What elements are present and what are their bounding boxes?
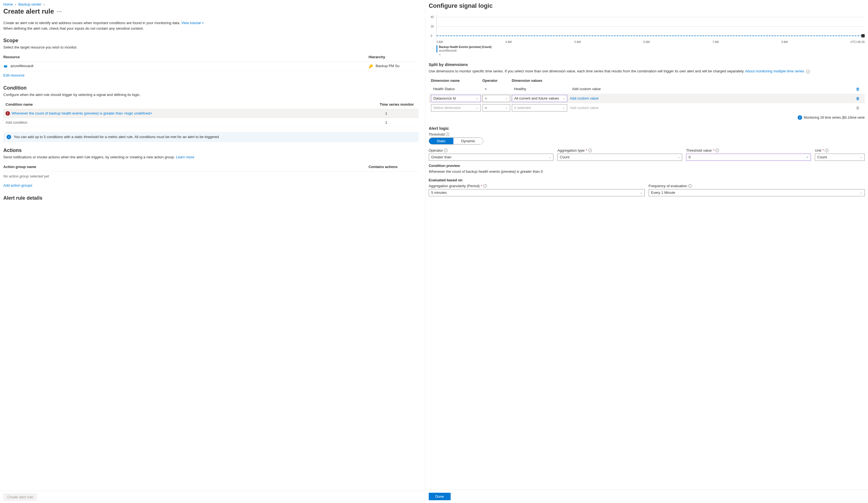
footer-bar: Create alert rule (0, 491, 425, 503)
scope-table-head: Resource Hierarchy (3, 53, 418, 62)
dim-vals-health: Healthy (512, 85, 567, 93)
actions-subtext: Send notifications or invoke actions whe… (3, 155, 418, 159)
dimension-row-datasource: Datasource Id⌄ =⌄ All current and future… (429, 94, 865, 103)
chevron-down-icon: ⌄ (860, 191, 862, 194)
split-heading: Split by dimensions (429, 62, 865, 67)
evaluated-heading: Evaluated based on (429, 178, 865, 182)
condition-ts-count: 1 (385, 111, 418, 115)
condition-row[interactable]: ! Whenever the count of backup health ev… (3, 109, 418, 118)
threshold-toggle[interactable]: Static Dynamic (429, 138, 483, 144)
condition-preview-label: Condition preview (429, 164, 865, 168)
edit-resource-link[interactable]: Edit resource (3, 73, 25, 77)
breadcrumb-backup-center[interactable]: Backup center (18, 2, 41, 6)
actions-learn-more-link[interactable]: Learn more (176, 155, 194, 159)
page-title-text: Create alert rule (3, 8, 54, 15)
scope-heading: Scope (3, 38, 418, 43)
intro-line2: When defining the alert rule, check that… (3, 26, 144, 30)
chevron-down-icon: ⌄ (549, 155, 551, 159)
threshold-value-label: Threshold value (686, 148, 712, 152)
col-action-group: Action group name (3, 165, 369, 169)
legend-value: -- (439, 52, 492, 56)
aggregation-label: Aggregation type (557, 148, 585, 152)
info-icon[interactable]: i (806, 70, 810, 73)
add-condition-row[interactable]: Add condition 1 (3, 118, 418, 127)
info-icon[interactable]: i (688, 184, 692, 188)
chevron-down-icon: ⌄ (505, 97, 508, 100)
dim-name-dropdown[interactable]: Datasource Id⌄ (431, 95, 481, 102)
dim-vals-dropdown[interactable]: All current and future values⌄ (512, 95, 567, 102)
condition-subtext: Configure when the alert rule should tri… (3, 93, 418, 97)
info-icon[interactable]: i (715, 149, 719, 152)
create-alert-panel: Home › Backup center › Create alert rule… (0, 0, 425, 503)
error-icon: ! (6, 111, 10, 115)
info-icon[interactable]: i (588, 149, 592, 152)
col-dim-name: Dimension name (431, 79, 481, 83)
chevron-right-icon: › (43, 2, 44, 6)
monitoring-text: Monitoring 28 time series ($0.1/time ser… (804, 115, 865, 120)
col-dim-vals: Dimension values (512, 79, 567, 83)
split-desc-text: Use dimensions to monitor specific time … (429, 69, 744, 73)
view-tutorial-link[interactable]: View tutorial + (181, 21, 204, 25)
add-condition-link[interactable]: Add condition (6, 120, 385, 124)
chevron-down-icon: ⌄ (640, 191, 642, 194)
signal-chart: 40 20 0 3 AM 4 AM 5 AM 6 AM 7 AM 8 AM UT… (429, 14, 865, 56)
threshold-value-input[interactable]: 0✓ (686, 154, 811, 161)
scope-subtext: Select the target resource you wish to m… (3, 45, 418, 49)
scope-resource-row: azurefilesvault Backup PM Su (3, 62, 418, 71)
threshold-static-option[interactable]: Static (429, 138, 454, 144)
configure-signal-title: Configure signal logic (429, 2, 865, 9)
y-tick-20: 20 (431, 25, 434, 28)
page-title: Create alert rule ⋯ (3, 8, 418, 15)
svg-point-0 (4, 65, 7, 66)
col-dim-op: Operator (483, 79, 510, 83)
resource-name: azurefilesvault (11, 64, 33, 68)
actions-sub-span: Send notifications or invoke actions whe… (3, 155, 175, 159)
frequency-dropdown[interactable]: Every 1 Minute⌄ (649, 189, 865, 196)
dim-custom-health[interactable]: Add custom value (570, 85, 856, 93)
info-icon[interactable]: i (483, 184, 487, 188)
dim-name-dropdown[interactable]: Select dimension⌄ (431, 104, 481, 111)
monitoring-series-note: i Monitoring 28 time series ($0.1/time s… (429, 115, 865, 120)
unit-label: Unit (815, 148, 821, 152)
vault-icon (3, 64, 8, 69)
aggregation-dropdown[interactable]: Count⌄ (557, 154, 682, 161)
operator-dropdown[interactable]: Greater than⌄ (429, 154, 554, 161)
add-custom-value-disabled: Add custom value (570, 105, 856, 110)
add-action-groups-link[interactable]: Add action groups (3, 183, 32, 188)
chevron-right-icon: › (15, 2, 16, 6)
condition-info-text: You can add up to 5 conditions with a st… (14, 135, 219, 139)
dim-op-health: = (483, 85, 510, 93)
delete-icon[interactable]: 🗑 (856, 87, 862, 91)
chevron-down-icon: ⌄ (505, 106, 508, 109)
add-custom-value-link[interactable]: Add custom value (570, 96, 599, 100)
no-action-group-text: No action group selected yet (3, 171, 418, 181)
chart-data-end (861, 34, 865, 38)
actions-heading: Actions (3, 148, 418, 153)
dim-vals-dropdown[interactable]: 0 selected⌄ (512, 104, 567, 111)
intro-text: Create an alert rule to identify and add… (3, 20, 418, 31)
threshold-dynamic-option[interactable]: Dynamic (453, 138, 483, 144)
info-icon[interactable]: i (444, 149, 447, 152)
add-condition-ts: 1 (385, 120, 418, 124)
info-icon[interactable]: i (825, 149, 828, 152)
create-alert-rule-button: Create alert rule (3, 493, 37, 501)
condition-link[interactable]: Whenever the count of backup health even… (12, 111, 152, 115)
dim-op-dropdown[interactable]: =⌄ (483, 104, 510, 111)
unit-dropdown[interactable]: Count⌄ (815, 154, 865, 161)
granularity-dropdown[interactable]: 5 minutes⌄ (429, 189, 645, 196)
info-icon[interactable]: i (446, 132, 449, 136)
done-button[interactable]: Done (429, 493, 451, 500)
dim-op-dropdown[interactable]: =⌄ (483, 95, 510, 102)
split-learn-link[interactable]: About monitoring multiple time series (745, 69, 804, 73)
chevron-down-icon: ⌄ (562, 106, 565, 109)
more-icon[interactable]: ⋯ (57, 8, 62, 14)
delete-icon[interactable]: 🗑 (856, 96, 862, 101)
col-time-series: Time series monitor (380, 102, 418, 107)
condition-preview-text: Whenever the count of backup health even… (429, 169, 865, 173)
chevron-down-icon: ⌄ (860, 155, 862, 159)
alert-details-heading: Alert rule details (3, 195, 418, 201)
col-resource: Resource (3, 55, 369, 59)
intro-line1: Create an alert rule to identify and add… (3, 21, 180, 25)
breadcrumb-home[interactable]: Home (3, 2, 13, 6)
x-axis: 3 AM 4 AM 5 AM 6 AM 7 AM 8 AM UTC+05:30 (436, 39, 865, 43)
